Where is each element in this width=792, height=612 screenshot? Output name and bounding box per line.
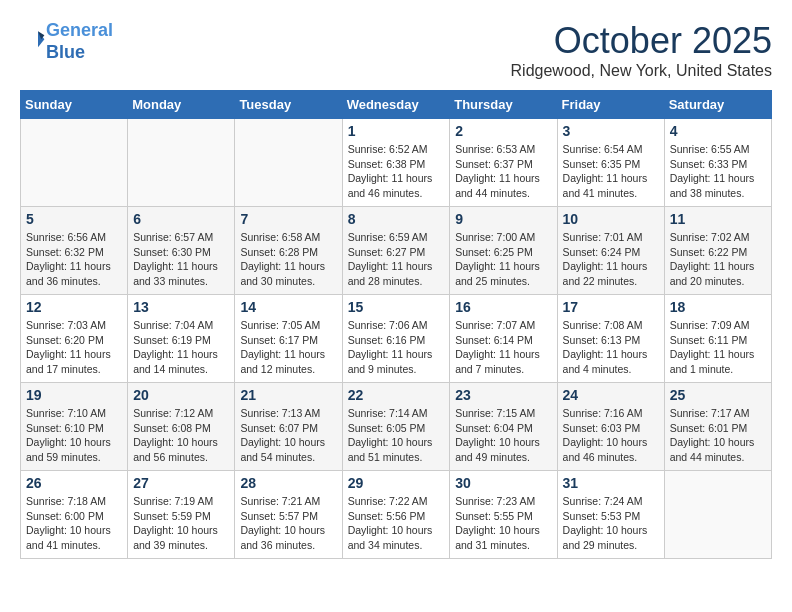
day-number: 30 (455, 475, 551, 491)
calendar-cell: 18Sunrise: 7:09 AM Sunset: 6:11 PM Dayli… (664, 295, 771, 383)
month-title: October 2025 (511, 20, 772, 62)
day-number: 25 (670, 387, 766, 403)
day-number: 24 (563, 387, 659, 403)
calendar-week-1: 1Sunrise: 6:52 AM Sunset: 6:38 PM Daylig… (21, 119, 772, 207)
calendar-cell: 25Sunrise: 7:17 AM Sunset: 6:01 PM Dayli… (664, 383, 771, 471)
calendar-cell: 19Sunrise: 7:10 AM Sunset: 6:10 PM Dayli… (21, 383, 128, 471)
day-number: 6 (133, 211, 229, 227)
day-number: 7 (240, 211, 336, 227)
calendar-cell: 10Sunrise: 7:01 AM Sunset: 6:24 PM Dayli… (557, 207, 664, 295)
day-info: Sunrise: 7:14 AM Sunset: 6:05 PM Dayligh… (348, 406, 445, 465)
calendar-cell: 3Sunrise: 6:54 AM Sunset: 6:35 PM Daylig… (557, 119, 664, 207)
day-info: Sunrise: 6:53 AM Sunset: 6:37 PM Dayligh… (455, 142, 551, 201)
day-info: Sunrise: 7:18 AM Sunset: 6:00 PM Dayligh… (26, 494, 122, 553)
calendar-cell: 16Sunrise: 7:07 AM Sunset: 6:14 PM Dayli… (450, 295, 557, 383)
calendar-week-3: 12Sunrise: 7:03 AM Sunset: 6:20 PM Dayli… (21, 295, 772, 383)
day-number: 21 (240, 387, 336, 403)
day-number: 17 (563, 299, 659, 315)
logo-text: General Blue (46, 20, 113, 63)
day-number: 31 (563, 475, 659, 491)
logo: General Blue (20, 20, 113, 63)
calendar-cell: 15Sunrise: 7:06 AM Sunset: 6:16 PM Dayli… (342, 295, 450, 383)
day-number: 10 (563, 211, 659, 227)
weekday-header-saturday: Saturday (664, 91, 771, 119)
calendar-cell: 14Sunrise: 7:05 AM Sunset: 6:17 PM Dayli… (235, 295, 342, 383)
weekday-header-tuesday: Tuesday (235, 91, 342, 119)
calendar-cell: 12Sunrise: 7:03 AM Sunset: 6:20 PM Dayli… (21, 295, 128, 383)
day-number: 29 (348, 475, 445, 491)
day-number: 16 (455, 299, 551, 315)
calendar-cell: 2Sunrise: 6:53 AM Sunset: 6:37 PM Daylig… (450, 119, 557, 207)
calendar-cell: 21Sunrise: 7:13 AM Sunset: 6:07 PM Dayli… (235, 383, 342, 471)
day-number: 12 (26, 299, 122, 315)
calendar-cell: 17Sunrise: 7:08 AM Sunset: 6:13 PM Dayli… (557, 295, 664, 383)
weekday-header-sunday: Sunday (21, 91, 128, 119)
day-info: Sunrise: 7:23 AM Sunset: 5:55 PM Dayligh… (455, 494, 551, 553)
day-info: Sunrise: 7:13 AM Sunset: 6:07 PM Dayligh… (240, 406, 336, 465)
day-info: Sunrise: 7:09 AM Sunset: 6:11 PM Dayligh… (670, 318, 766, 377)
day-number: 9 (455, 211, 551, 227)
day-info: Sunrise: 7:04 AM Sunset: 6:19 PM Dayligh… (133, 318, 229, 377)
day-number: 11 (670, 211, 766, 227)
calendar-cell (21, 119, 128, 207)
calendar-cell: 27Sunrise: 7:19 AM Sunset: 5:59 PM Dayli… (128, 471, 235, 559)
calendar-cell: 13Sunrise: 7:04 AM Sunset: 6:19 PM Dayli… (128, 295, 235, 383)
title-block: October 2025 Ridgewood, New York, United… (511, 20, 772, 80)
day-info: Sunrise: 7:10 AM Sunset: 6:10 PM Dayligh… (26, 406, 122, 465)
day-info: Sunrise: 7:12 AM Sunset: 6:08 PM Dayligh… (133, 406, 229, 465)
day-info: Sunrise: 7:19 AM Sunset: 5:59 PM Dayligh… (133, 494, 229, 553)
day-info: Sunrise: 7:01 AM Sunset: 6:24 PM Dayligh… (563, 230, 659, 289)
weekday-header-monday: Monday (128, 91, 235, 119)
location: Ridgewood, New York, United States (511, 62, 772, 80)
calendar-cell: 8Sunrise: 6:59 AM Sunset: 6:27 PM Daylig… (342, 207, 450, 295)
calendar-cell (128, 119, 235, 207)
calendar-week-5: 26Sunrise: 7:18 AM Sunset: 6:00 PM Dayli… (21, 471, 772, 559)
day-info: Sunrise: 7:05 AM Sunset: 6:17 PM Dayligh… (240, 318, 336, 377)
day-info: Sunrise: 6:52 AM Sunset: 6:38 PM Dayligh… (348, 142, 445, 201)
day-info: Sunrise: 6:57 AM Sunset: 6:30 PM Dayligh… (133, 230, 229, 289)
day-number: 27 (133, 475, 229, 491)
calendar-cell: 5Sunrise: 6:56 AM Sunset: 6:32 PM Daylig… (21, 207, 128, 295)
day-info: Sunrise: 7:22 AM Sunset: 5:56 PM Dayligh… (348, 494, 445, 553)
day-info: Sunrise: 6:56 AM Sunset: 6:32 PM Dayligh… (26, 230, 122, 289)
day-number: 18 (670, 299, 766, 315)
day-number: 2 (455, 123, 551, 139)
calendar-cell: 24Sunrise: 7:16 AM Sunset: 6:03 PM Dayli… (557, 383, 664, 471)
day-info: Sunrise: 7:00 AM Sunset: 6:25 PM Dayligh… (455, 230, 551, 289)
day-info: Sunrise: 7:17 AM Sunset: 6:01 PM Dayligh… (670, 406, 766, 465)
day-number: 26 (26, 475, 122, 491)
day-number: 3 (563, 123, 659, 139)
day-info: Sunrise: 6:58 AM Sunset: 6:28 PM Dayligh… (240, 230, 336, 289)
day-info: Sunrise: 7:02 AM Sunset: 6:22 PM Dayligh… (670, 230, 766, 289)
day-number: 23 (455, 387, 551, 403)
calendar-cell: 20Sunrise: 7:12 AM Sunset: 6:08 PM Dayli… (128, 383, 235, 471)
calendar-cell: 6Sunrise: 6:57 AM Sunset: 6:30 PM Daylig… (128, 207, 235, 295)
day-number: 1 (348, 123, 445, 139)
day-number: 22 (348, 387, 445, 403)
logo-icon (22, 28, 46, 52)
calendar-cell: 7Sunrise: 6:58 AM Sunset: 6:28 PM Daylig… (235, 207, 342, 295)
weekday-header-row: SundayMondayTuesdayWednesdayThursdayFrid… (21, 91, 772, 119)
calendar-cell: 23Sunrise: 7:15 AM Sunset: 6:04 PM Dayli… (450, 383, 557, 471)
day-info: Sunrise: 7:08 AM Sunset: 6:13 PM Dayligh… (563, 318, 659, 377)
calendar-cell: 29Sunrise: 7:22 AM Sunset: 5:56 PM Dayli… (342, 471, 450, 559)
day-number: 13 (133, 299, 229, 315)
day-number: 8 (348, 211, 445, 227)
calendar-week-4: 19Sunrise: 7:10 AM Sunset: 6:10 PM Dayli… (21, 383, 772, 471)
day-info: Sunrise: 7:07 AM Sunset: 6:14 PM Dayligh… (455, 318, 551, 377)
day-info: Sunrise: 6:55 AM Sunset: 6:33 PM Dayligh… (670, 142, 766, 201)
day-info: Sunrise: 7:15 AM Sunset: 6:04 PM Dayligh… (455, 406, 551, 465)
page-header: General Blue October 2025 Ridgewood, New… (20, 20, 772, 80)
day-number: 15 (348, 299, 445, 315)
calendar-cell: 30Sunrise: 7:23 AM Sunset: 5:55 PM Dayli… (450, 471, 557, 559)
calendar-cell: 1Sunrise: 6:52 AM Sunset: 6:38 PM Daylig… (342, 119, 450, 207)
calendar-cell: 26Sunrise: 7:18 AM Sunset: 6:00 PM Dayli… (21, 471, 128, 559)
weekday-header-thursday: Thursday (450, 91, 557, 119)
day-number: 4 (670, 123, 766, 139)
weekday-header-friday: Friday (557, 91, 664, 119)
calendar-cell: 4Sunrise: 6:55 AM Sunset: 6:33 PM Daylig… (664, 119, 771, 207)
day-number: 19 (26, 387, 122, 403)
day-number: 14 (240, 299, 336, 315)
day-info: Sunrise: 6:54 AM Sunset: 6:35 PM Dayligh… (563, 142, 659, 201)
calendar-week-2: 5Sunrise: 6:56 AM Sunset: 6:32 PM Daylig… (21, 207, 772, 295)
